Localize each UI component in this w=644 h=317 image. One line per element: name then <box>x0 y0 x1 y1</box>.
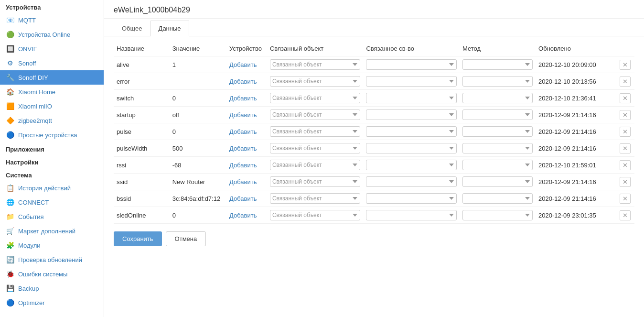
delete-button-3[interactable]: ✕ <box>620 110 631 120</box>
cell-action-2: ✕ <box>617 90 634 107</box>
method-select-2[interactable] <box>462 93 533 103</box>
data-table-container: Название Значение Устройство Связанный о… <box>104 41 644 224</box>
sidebar-item-xiaomi-home[interactable]: 🏠Xiaomi Home <box>0 85 104 99</box>
zigbee2mqtt-icon: 🔶 <box>6 116 14 125</box>
add-link-8[interactable]: Добавить <box>229 195 257 202</box>
delete-button-1[interactable]: ✕ <box>620 77 631 87</box>
tab-general[interactable]: Общее <box>114 21 150 36</box>
delete-button-4[interactable]: ✕ <box>620 127 631 137</box>
add-link-4[interactable]: Добавить <box>229 128 257 135</box>
sidebar-item-sonoff-diy[interactable]: 🔧Sonoff DIY <box>0 70 104 85</box>
events-icon: 📁 <box>6 212 14 221</box>
sidebar-item-onvif[interactable]: 🔲ONVIF <box>0 42 104 56</box>
linked-prop-select-1[interactable] <box>366 76 457 87</box>
cell-method-2 <box>460 90 536 107</box>
linked-object-select-6[interactable]: Связанный объект <box>270 160 361 170</box>
linked-object-select-1[interactable]: Связанный объект <box>270 76 361 87</box>
table-row: bssid 3c:84:6a:df:d7:12 Добавить Связанн… <box>114 190 634 207</box>
sidebar-item-updates[interactable]: 🔄Проверка обновлений <box>0 252 104 267</box>
add-link-9[interactable]: Добавить <box>229 212 257 219</box>
cell-linked-1: Связанный объект <box>267 73 364 90</box>
sidebar-item-events[interactable]: 📁События <box>0 209 104 224</box>
page-title: eWeLink_1000b04b29 <box>104 0 644 19</box>
add-link-6[interactable]: Добавить <box>229 162 257 169</box>
cell-device-9: Добавить <box>226 207 267 224</box>
linked-prop-select-9[interactable] <box>366 210 457 220</box>
linked-prop-select-0[interactable] <box>366 59 457 70</box>
delete-button-6[interactable]: ✕ <box>620 160 631 170</box>
add-link-7[interactable]: Добавить <box>229 178 257 186</box>
method-select-0[interactable] <box>462 59 533 70</box>
delete-button-5[interactable]: ✕ <box>620 143 631 153</box>
sidebar-item-backup[interactable]: 💾Backup <box>0 281 104 295</box>
sidebar-item-connect[interactable]: 🌐CONNECT <box>0 195 104 209</box>
add-link-3[interactable]: Добавить <box>229 111 257 119</box>
cell-linked-7: Связанный объект <box>267 174 364 190</box>
sidebar-item-optimizer[interactable]: 🔵Optimizer <box>0 295 104 310</box>
delete-button-0[interactable]: ✕ <box>620 60 631 70</box>
linked-object-select-4[interactable]: Связанный объект <box>270 126 361 137</box>
linked-prop-select-2[interactable] <box>366 93 457 103</box>
cell-action-6: ✕ <box>617 157 634 174</box>
method-select-7[interactable] <box>462 176 533 187</box>
sidebar-item-xiaomi-mio[interactable]: 🟧Xiaomi miIO <box>0 99 104 113</box>
linked-object-select-2[interactable]: Связанный объект <box>270 93 361 103</box>
connect-icon: 🌐 <box>6 198 14 207</box>
linked-object-select-8[interactable]: Связанный объект <box>270 193 361 204</box>
linked-prop-select-3[interactable] <box>366 109 457 120</box>
linked-object-select-0[interactable]: Связанный объект <box>270 59 361 70</box>
linked-prop-select-6[interactable] <box>366 160 457 170</box>
cell-linkedprop-8 <box>363 190 460 207</box>
linked-prop-select-7[interactable] <box>366 176 457 187</box>
linked-object-select-7[interactable]: Связанный объект <box>270 176 361 187</box>
col-header-method: Метод <box>460 41 536 56</box>
linked-prop-select-4[interactable] <box>366 126 457 137</box>
sidebar-item-simple-devices[interactable]: 🔵Простые устройства <box>0 128 104 142</box>
add-link-0[interactable]: Добавить <box>229 61 257 68</box>
sidebar-item-errors[interactable]: 🐞Ошибки системы <box>0 267 104 281</box>
delete-button-2[interactable]: ✕ <box>620 93 631 103</box>
delete-button-8[interactable]: ✕ <box>620 194 631 204</box>
cancel-button[interactable]: Отмена <box>166 231 206 246</box>
tab-data[interactable]: Данные <box>150 21 189 36</box>
sidebar-item-zigbee2mqtt[interactable]: 🔶zigbee2mqtt <box>0 113 104 128</box>
method-select-5[interactable] <box>462 143 533 153</box>
xiaomi-mio-icon: 🟧 <box>6 102 14 110</box>
cell-method-4 <box>460 123 536 140</box>
delete-button-9[interactable]: ✕ <box>620 210 631 220</box>
linked-object-select-5[interactable]: Связанный объект <box>270 143 361 153</box>
cell-name-8: bssid <box>114 190 170 207</box>
method-select-1[interactable] <box>462 76 533 87</box>
method-select-4[interactable] <box>462 126 533 137</box>
delete-button-7[interactable]: ✕ <box>620 177 631 187</box>
cell-linkedprop-1 <box>363 73 460 90</box>
sidebar-label-backup: Backup <box>18 285 39 292</box>
save-button[interactable]: Сохранить <box>114 231 162 246</box>
cell-updated-8: 2020-12-09 21:14:16 <box>536 190 617 207</box>
linked-prop-select-5[interactable] <box>366 143 457 153</box>
table-row: alive 1 Добавить Связанный объект 2020 <box>114 56 634 73</box>
method-select-9[interactable] <box>462 210 533 220</box>
cell-name-5: pulseWidth <box>114 140 170 157</box>
sidebar-item-devices-online[interactable]: 🟢Устройства Online <box>0 27 104 42</box>
sidebar-item-sonoff[interactable]: ⚙Sonoff <box>0 56 104 70</box>
sidebar-item-history[interactable]: 📋История действий <box>0 181 104 195</box>
sidebar-label-optimizer: Optimizer <box>18 299 45 306</box>
add-link-2[interactable]: Добавить <box>229 95 257 102</box>
footer-buttons: Сохранить Отмена <box>104 224 644 254</box>
linked-prop-select-8[interactable] <box>366 193 457 204</box>
method-select-3[interactable] <box>462 109 533 120</box>
sidebar-section-apps: Приложения <box>0 142 104 155</box>
sidebar: Устройства 📧MQTT🟢Устройства Online🔲ONVIF… <box>0 0 104 317</box>
method-select-6[interactable] <box>462 160 533 170</box>
linked-object-select-3[interactable]: Связанный объект <box>270 109 361 120</box>
sidebar-item-modules[interactable]: 🧩Модули <box>0 238 104 252</box>
cell-action-5: ✕ <box>617 140 634 157</box>
add-link-5[interactable]: Добавить <box>229 145 257 152</box>
sidebar-item-mqtt[interactable]: 📧MQTT <box>0 13 104 27</box>
add-link-1[interactable]: Добавить <box>229 78 257 85</box>
sidebar-item-market[interactable]: 🛒Маркет дополнений <box>0 224 104 238</box>
linked-object-select-9[interactable]: Связанный объект <box>270 210 361 220</box>
method-select-8[interactable] <box>462 193 533 204</box>
cell-updated-9: 2020-12-09 23:01:35 <box>536 207 617 224</box>
